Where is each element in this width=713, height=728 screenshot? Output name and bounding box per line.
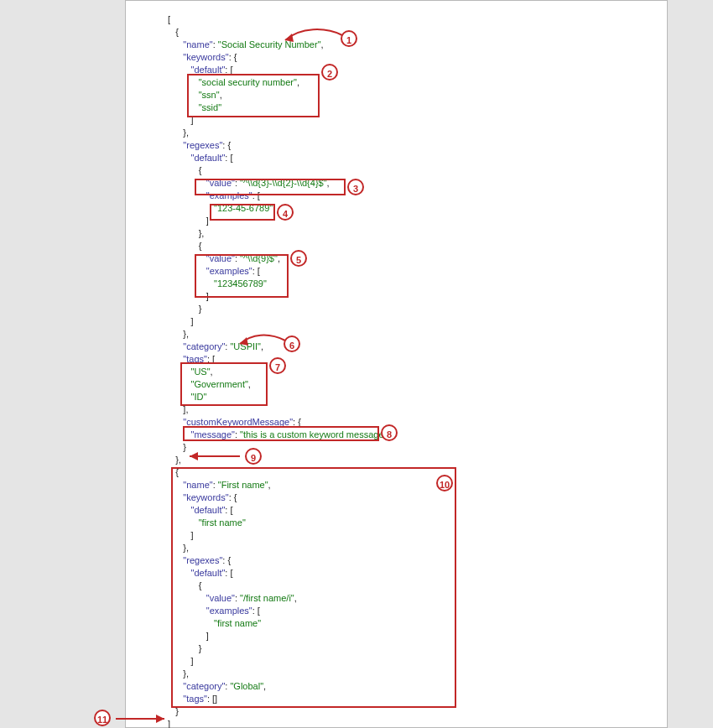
callout-7: 7 (269, 357, 286, 374)
callout-4: 4 (277, 204, 294, 221)
callout-11: 11 (94, 710, 111, 726)
callout-3: 3 (347, 179, 364, 195)
callout-box-8 (183, 426, 379, 441)
callout-10: 10 (436, 475, 453, 491)
callout-box-3 (195, 179, 346, 195)
callout-9: 9 (245, 448, 262, 465)
callout-5: 5 (290, 250, 307, 267)
callout-2: 2 (321, 64, 338, 81)
callout-6: 6 (284, 335, 300, 352)
callout-box-4 (210, 204, 275, 221)
callout-box-2 (187, 74, 320, 117)
callout-box-10 (171, 467, 456, 708)
callout-box-5 (195, 254, 289, 298)
callout-8: 8 (381, 424, 398, 441)
callout-box-7 (180, 362, 268, 406)
callout-1: 1 (341, 30, 357, 47)
